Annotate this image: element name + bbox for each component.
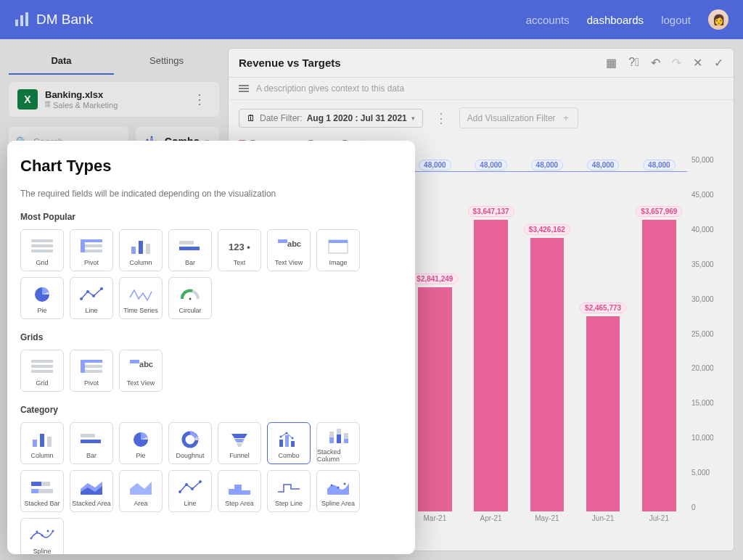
chart-type-text_view[interactable]: abcText View [119, 350, 163, 392]
chart-type-label: Combo [278, 452, 299, 459]
chart-type-label: Column [30, 452, 53, 459]
chart-type-bar[interactable]: Bar [70, 422, 113, 464]
chart-type-column[interactable]: Column [20, 422, 64, 464]
svg-rect-16 [131, 247, 136, 254]
svg-marker-66 [130, 482, 152, 495]
revenue-bar[interactable] [530, 238, 564, 511]
add-filter-button[interactable]: Add Visualization Filter ＋ [459, 107, 578, 128]
filter-menu-button[interactable]: ⋮ [430, 110, 452, 126]
value-label: $2,841,249 [411, 273, 458, 284]
grid-icon[interactable]: ▦ [606, 56, 617, 70]
svg-rect-55 [329, 437, 334, 443]
nav-logout[interactable]: logout [661, 14, 691, 26]
plus-icon: ＋ [562, 112, 570, 124]
chart-type-line[interactable]: Line [168, 470, 212, 512]
y-tick: 50,000 [691, 156, 723, 164]
revenue-bar[interactable] [642, 220, 676, 511]
chart-type-label: Pie [136, 452, 145, 459]
user-avatar[interactable]: 👩 [708, 9, 728, 30]
svg-point-75 [30, 538, 33, 540]
revenue-bar[interactable] [418, 287, 451, 511]
chart-types-popover: Chart Types The required fields will be … [7, 141, 415, 554]
redo-icon[interactable]: ↷ [672, 56, 681, 70]
svg-point-27 [92, 295, 95, 297]
chart-type-circular[interactable]: Circular [168, 277, 212, 319]
chart-type-combo[interactable]: Combo [267, 422, 311, 464]
chart-type-grid[interactable]: Grid [20, 350, 64, 392]
chart-type-stacked_bar[interactable]: Stacked Bar [20, 470, 64, 512]
date-filter-chip[interactable]: 🗓 Date Filter: Aug 1 2020 : Jul 31 2021 … [239, 109, 423, 128]
table-icon: 𝄜 [45, 100, 50, 110]
chart-type-pivot[interactable]: Pivot [70, 229, 113, 271]
chart-type-funnel[interactable]: Funnel [218, 422, 261, 464]
nav-dashboards[interactable]: dashboards [587, 14, 644, 26]
tab-data[interactable]: Data [9, 48, 114, 75]
chart-type-pie[interactable]: Pie [119, 422, 163, 464]
chart-type-text_view[interactable]: abcText View [267, 229, 311, 271]
chart-type-text[interactable]: 123 •Text [218, 229, 261, 271]
area-glyph-icon [128, 478, 153, 497]
chart-type-label: Stacked Bar [24, 500, 59, 507]
chart-type-grid[interactable]: Grid [20, 229, 64, 271]
pivot-glyph-icon [79, 237, 104, 256]
chart-title[interactable]: Revenue vs Targets [239, 57, 606, 69]
chart-type-label: Grid [36, 379, 48, 387]
svg-point-72 [331, 485, 333, 487]
svg-rect-10 [31, 244, 53, 247]
description-handle-icon[interactable] [239, 85, 249, 92]
y-tick: 0 [691, 503, 723, 511]
description-placeholder[interactable]: A description gives context to this data [256, 83, 404, 94]
chart-type-label: Time Series [123, 307, 158, 314]
help-icon[interactable]: ?⃝ [628, 56, 639, 70]
chart-type-image[interactable]: Image [316, 229, 360, 271]
confirm-icon[interactable]: ✓ [714, 56, 723, 70]
chart-type-stacked_column[interactable]: Stacked Column [316, 422, 360, 464]
tab-settings[interactable]: Settings [114, 48, 219, 75]
data-source-card[interactable]: X Banking.xlsx 𝄜 Sales & Marketing ⋮ [9, 82, 219, 117]
svg-rect-39 [40, 434, 44, 447]
target-label: 48,000 [643, 160, 676, 170]
svg-rect-18 [146, 244, 150, 254]
chart-type-column[interactable]: Column [119, 229, 163, 271]
chart-type-line[interactable]: Line [70, 277, 113, 319]
chart-type-step_line[interactable]: Step Line [267, 470, 311, 512]
source-menu-button[interactable]: ⋮ [189, 91, 210, 107]
target-label: 48,000 [587, 160, 620, 170]
svg-rect-31 [31, 365, 53, 368]
x-tick: Jul-21 [631, 514, 687, 529]
close-icon[interactable]: ✕ [693, 56, 702, 70]
chart-type-spline[interactable]: Spline [20, 518, 64, 554]
y-tick: 25,000 [691, 330, 723, 338]
chart-type-pie[interactable]: Pie [20, 277, 64, 319]
svg-rect-30 [31, 360, 53, 363]
chart-type-bar[interactable]: Bar [168, 229, 212, 271]
chart-type-label: Image [329, 259, 347, 266]
column-glyph-icon [30, 430, 54, 449]
svg-rect-21 [278, 239, 287, 243]
bar-column: 48,000$3,647,137 [463, 156, 519, 511]
chart-type-step_area[interactable]: Step Area [218, 470, 261, 512]
revenue-bar[interactable] [474, 220, 507, 511]
x-tick: Mar-21 [407, 514, 463, 529]
chart-type-area[interactable]: Area [119, 470, 163, 512]
y-tick: 35,000 [691, 260, 723, 268]
combo-glyph-icon [276, 430, 301, 449]
chart-type-stacked_area[interactable]: Stacked Area [70, 470, 113, 512]
svg-marker-46 [234, 439, 245, 442]
svg-rect-17 [139, 241, 143, 254]
chart-type-label: Grid [36, 259, 48, 266]
chart-type-time_series[interactable]: Time Series [119, 277, 163, 319]
pie-glyph-icon [128, 430, 153, 449]
chart-type-label: Circular [178, 307, 201, 314]
undo-icon[interactable]: ↶ [651, 56, 660, 70]
target-label: 48,000 [419, 160, 451, 170]
chart-type-pivot[interactable]: Pivot [70, 350, 113, 392]
nav-accounts[interactable]: accounts [526, 14, 570, 26]
x-tick: Jun-21 [575, 514, 631, 529]
chart-type-doughnut[interactable]: Doughnut [168, 422, 212, 464]
doughnut-glyph-icon [178, 430, 202, 449]
chart-type-spline_area[interactable]: Spline Area [316, 470, 360, 512]
section-grids: Grids [20, 332, 402, 342]
revenue-bar[interactable] [586, 316, 620, 512]
value-label: $3,647,137 [468, 206, 514, 217]
